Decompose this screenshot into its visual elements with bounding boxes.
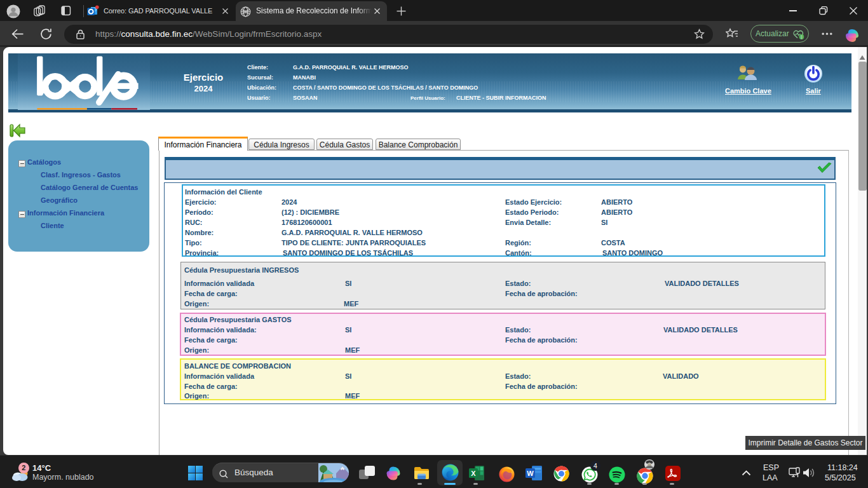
svg-text:W: W	[527, 470, 534, 477]
svg-text:X: X	[471, 470, 476, 477]
